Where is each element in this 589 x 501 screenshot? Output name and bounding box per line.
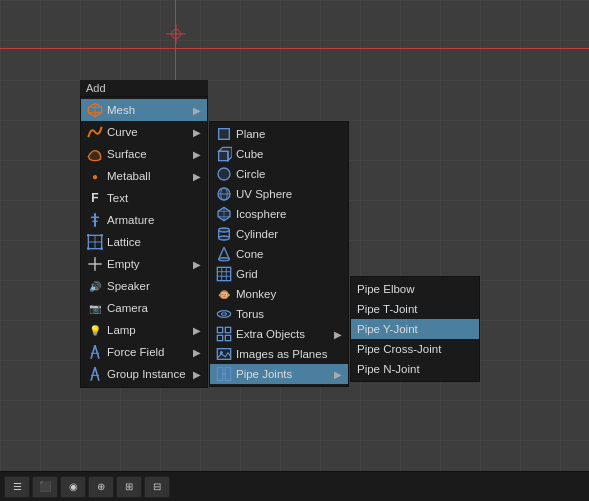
uv-sphere-icon xyxy=(216,186,232,202)
extra-objects-icon xyxy=(216,326,232,342)
curve-icon xyxy=(87,124,103,140)
circle-label: Circle xyxy=(236,168,342,180)
svg-line-51 xyxy=(95,345,99,358)
extra-objects-arrow: ▶ xyxy=(334,329,342,340)
armature-label: Armature xyxy=(107,214,201,226)
menu-item-force-field[interactable]: Force Field ▶ xyxy=(81,341,207,363)
grid-button[interactable]: ⊟ xyxy=(144,476,170,498)
mesh-uv-sphere[interactable]: UV Sphere xyxy=(210,184,348,204)
menu-item-speaker[interactable]: 🔊 Speaker xyxy=(81,275,207,297)
menu-item-metaball[interactable]: ● Metaball ▶ xyxy=(81,165,207,187)
render-button[interactable]: ⬛ xyxy=(32,476,58,498)
group-instance-arrow: ▶ xyxy=(193,369,201,380)
mesh-icosphere[interactable]: Icosphere xyxy=(210,204,348,224)
menu-item-camera[interactable]: 📷 Camera xyxy=(81,297,207,319)
metaball-arrow: ▶ xyxy=(193,171,201,182)
cylinder-icon xyxy=(216,226,232,242)
monkey-icon: 🐵 xyxy=(216,286,232,302)
svg-point-46 xyxy=(87,247,90,250)
pipe-y-joint[interactable]: Pipe Y-Joint xyxy=(351,319,479,339)
svg-line-53 xyxy=(91,367,95,380)
svg-rect-30 xyxy=(225,327,230,332)
pipe-joints-submenu: Pipe Elbow Pipe T-Joint Pipe Y-Joint Pip… xyxy=(350,276,480,382)
torus-icon xyxy=(216,306,232,322)
mesh-plane[interactable]: Plane xyxy=(210,124,348,144)
mesh-monkey[interactable]: 🐵 Monkey xyxy=(210,284,348,304)
viewport: Add Mesh ▶ xyxy=(0,0,589,501)
monkey-label: Monkey xyxy=(236,288,342,300)
svg-rect-36 xyxy=(225,367,230,380)
menu-item-armature[interactable]: Armature xyxy=(81,209,207,231)
bottom-toolbar: ☰ ⬛ ◉ ⊕ ⊞ ⊟ xyxy=(0,471,589,501)
solid-mode-button[interactable]: ◉ xyxy=(60,476,86,498)
surface-label: Surface xyxy=(107,148,193,160)
wireframe-icon: ⊕ xyxy=(97,481,105,492)
pipe-cross-joint-label: Pipe Cross-Joint xyxy=(357,343,473,355)
svg-point-45 xyxy=(100,234,103,237)
lamp-icon: 💡 xyxy=(87,322,103,338)
mesh-torus[interactable]: Torus xyxy=(210,304,348,324)
metaball-icon: ● xyxy=(87,168,103,184)
svg-rect-32 xyxy=(225,335,230,340)
camera-view-button[interactable]: ⊞ xyxy=(116,476,142,498)
svg-line-50 xyxy=(91,345,95,358)
curve-arrow: ▶ xyxy=(193,127,201,138)
add-menu-title: Add xyxy=(80,80,208,96)
svg-point-15 xyxy=(219,228,230,232)
text-label: Text xyxy=(107,192,201,204)
view-menu-button[interactable]: ☰ xyxy=(4,476,30,498)
force-field-icon xyxy=(87,344,103,360)
force-field-arrow: ▶ xyxy=(193,347,201,358)
pipe-cross-joint[interactable]: Pipe Cross-Joint xyxy=(351,339,479,359)
mesh-cone[interactable]: Cone xyxy=(210,244,348,264)
pipe-n-joint[interactable]: Pipe N-Joint xyxy=(351,359,479,379)
menu-item-empty[interactable]: Empty ▶ xyxy=(81,253,207,275)
mesh-icon xyxy=(87,102,103,118)
svg-rect-4 xyxy=(219,129,230,140)
mesh-cube[interactable]: Cube xyxy=(210,144,348,164)
mesh-arrow: ▶ xyxy=(193,105,201,116)
circle-icon xyxy=(216,166,232,182)
group-instance-label: Group Instance xyxy=(107,368,193,380)
empty-arrow: ▶ xyxy=(193,259,201,270)
menu-item-curve[interactable]: Curve ▶ xyxy=(81,121,207,143)
mesh-extra-objects[interactable]: Extra Objects ▶ xyxy=(210,324,348,344)
svg-point-18 xyxy=(219,236,230,240)
pipe-elbow[interactable]: Pipe Elbow xyxy=(351,279,479,299)
metaball-label: Metaball xyxy=(107,170,193,182)
lamp-arrow: ▶ xyxy=(193,325,201,336)
text-icon: F xyxy=(87,190,103,206)
mesh-circle[interactable]: Circle xyxy=(210,164,348,184)
menu-item-text[interactable]: F Text xyxy=(81,187,207,209)
svg-rect-29 xyxy=(217,327,222,332)
add-menu: Add Mesh ▶ xyxy=(80,80,208,388)
menu-item-group-instance[interactable]: Group Instance ▶ xyxy=(81,363,207,385)
grid-label: Grid xyxy=(236,268,342,280)
mesh-images-as-planes[interactable]: Images as Planes xyxy=(210,344,348,364)
mesh-pipe-joints[interactable]: Pipe Joints ▶ Pipe Elbow Pipe T-Joint xyxy=(210,364,348,384)
group-instance-icon xyxy=(87,366,103,382)
svg-point-44 xyxy=(87,234,90,237)
pipe-t-joint[interactable]: Pipe T-Joint xyxy=(351,299,479,319)
mesh-submenu: Plane Cube xyxy=(209,121,349,387)
x-axis-line-right xyxy=(469,48,589,49)
torus-label: Torus xyxy=(236,308,342,320)
menu-item-lamp[interactable]: 💡 Lamp ▶ xyxy=(81,319,207,341)
render-icon: ⬛ xyxy=(39,481,51,492)
empty-icon xyxy=(87,256,103,272)
pipe-y-joint-label: Pipe Y-Joint xyxy=(357,323,473,335)
menu-item-mesh[interactable]: Mesh ▶ Plane xyxy=(81,99,207,121)
curve-label: Curve xyxy=(107,126,193,138)
plane-icon xyxy=(216,126,232,142)
svg-point-7 xyxy=(218,168,230,180)
menu-item-surface[interactable]: Surface ▶ xyxy=(81,143,207,165)
cube-icon xyxy=(216,146,232,162)
mesh-cylinder[interactable]: Cylinder xyxy=(210,224,348,244)
pipe-t-joint-label: Pipe T-Joint xyxy=(357,303,473,315)
svg-point-47 xyxy=(100,247,103,250)
images-as-planes-label: Images as Planes xyxy=(236,348,342,360)
extra-objects-label: Extra Objects xyxy=(236,328,334,340)
mesh-grid[interactable]: Grid xyxy=(210,264,348,284)
menu-item-lattice[interactable]: Lattice xyxy=(81,231,207,253)
wireframe-button[interactable]: ⊕ xyxy=(88,476,114,498)
